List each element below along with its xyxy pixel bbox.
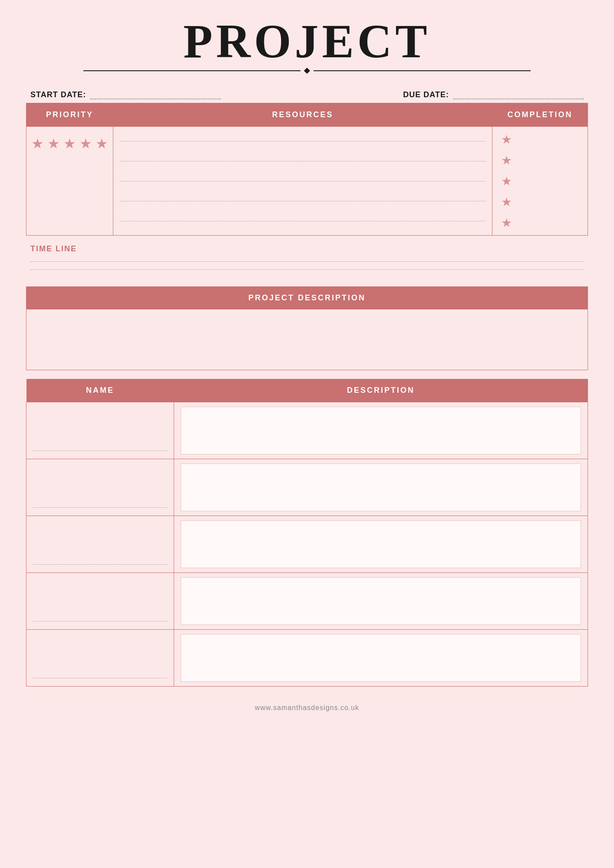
table-body-row: ★ ★ ★ ★ ★ ★ ★ bbox=[26, 127, 588, 236]
priority-stars: ★ ★ ★ ★ ★ bbox=[26, 127, 113, 161]
nd-name-inner-4 bbox=[26, 573, 174, 629]
start-date-line bbox=[90, 99, 221, 99]
resource-line-3 bbox=[120, 181, 485, 181]
resource-line-5 bbox=[120, 221, 485, 221]
resource-line-1 bbox=[120, 141, 485, 141]
page-title: PROJECT bbox=[26, 17, 588, 65]
name-header: NAME bbox=[26, 379, 174, 402]
nd-row-1 bbox=[26, 402, 588, 459]
nd-desc-cell-2 bbox=[174, 459, 588, 516]
footer-text: www.samanthasdesigns.co.uk bbox=[255, 704, 359, 711]
divider-line-right bbox=[314, 70, 531, 71]
nd-name-inner-1 bbox=[26, 402, 174, 459]
resource-line-2 bbox=[120, 161, 485, 161]
nd-row-4 bbox=[26, 573, 588, 630]
completion-star-3: ★ bbox=[501, 174, 512, 188]
completion-star-5: ★ bbox=[501, 216, 512, 230]
nd-desc-box-1 bbox=[181, 407, 581, 454]
title-divider bbox=[26, 69, 588, 73]
priority-star-1: ★ bbox=[31, 135, 44, 152]
nd-name-line-1 bbox=[33, 450, 167, 451]
priority-star-5: ★ bbox=[96, 135, 108, 152]
diamond-icon-left bbox=[304, 68, 310, 74]
priority-cell: ★ ★ ★ ★ ★ bbox=[26, 127, 113, 236]
title-section: PROJECT bbox=[26, 17, 588, 86]
priority-star-3: ★ bbox=[63, 135, 76, 152]
resource-line-4 bbox=[120, 201, 485, 201]
name-description-table: NAME DESCRIPTION bbox=[26, 379, 588, 687]
page: PROJECT START DATE: DUE DATE: PRIORITY R… bbox=[0, 0, 614, 868]
nd-desc-inner-5 bbox=[174, 630, 588, 686]
timeline-section: TIME LINE bbox=[26, 244, 588, 278]
nd-name-line-2 bbox=[33, 507, 167, 508]
footer: www.samanthasdesigns.co.uk bbox=[26, 704, 588, 712]
timeline-label: TIME LINE bbox=[30, 244, 584, 253]
resources-lines bbox=[113, 127, 492, 235]
divider-line-left bbox=[83, 70, 300, 71]
priority-header: PRIORITY bbox=[26, 103, 113, 127]
nd-desc-inner-3 bbox=[174, 516, 588, 572]
nd-name-cell-5 bbox=[26, 630, 174, 687]
nd-desc-box-2 bbox=[181, 464, 581, 511]
nd-desc-inner-4 bbox=[174, 573, 588, 629]
start-date-label: START DATE: bbox=[30, 90, 86, 99]
nd-desc-box-3 bbox=[181, 520, 581, 568]
completion-stars: ★ ★ ★ ★ ★ bbox=[492, 127, 588, 235]
table-header-row: PRIORITY RESOURCES COMPLETION bbox=[26, 103, 588, 127]
nd-row-3 bbox=[26, 516, 588, 573]
nd-name-cell-2 bbox=[26, 459, 174, 516]
completion-header: COMPLETION bbox=[492, 103, 588, 127]
nd-desc-box-5 bbox=[181, 634, 581, 682]
completion-star-1: ★ bbox=[501, 132, 512, 147]
nd-header-row: NAME DESCRIPTION bbox=[26, 379, 588, 402]
due-date-label: DUE DATE: bbox=[403, 90, 449, 99]
timeline-line-2 bbox=[30, 270, 584, 270]
due-date-group: DUE DATE: bbox=[403, 90, 584, 99]
priority-star-2: ★ bbox=[47, 135, 60, 152]
nd-row-5 bbox=[26, 630, 588, 687]
nd-desc-cell-1 bbox=[174, 402, 588, 459]
main-table: PRIORITY RESOURCES COMPLETION ★ ★ ★ ★ ★ bbox=[26, 103, 588, 236]
nd-desc-box-4 bbox=[181, 577, 581, 625]
completion-star-4: ★ bbox=[501, 195, 512, 209]
nd-desc-cell-3 bbox=[174, 516, 588, 573]
nd-name-inner-5 bbox=[26, 630, 174, 686]
nd-name-cell-4 bbox=[26, 573, 174, 630]
nd-desc-cell-4 bbox=[174, 573, 588, 630]
start-date-group: START DATE: bbox=[30, 90, 221, 99]
nd-name-cell-3 bbox=[26, 516, 174, 573]
priority-star-4: ★ bbox=[79, 135, 92, 152]
nd-name-cell-1 bbox=[26, 402, 174, 459]
resources-header: RESOURCES bbox=[113, 103, 492, 127]
nd-name-line-4 bbox=[33, 621, 167, 621]
completion-cell: ★ ★ ★ ★ ★ bbox=[492, 127, 588, 236]
nd-desc-cell-5 bbox=[174, 630, 588, 687]
project-description-header: PROJECT DESCRIPTION bbox=[26, 286, 588, 309]
nd-desc-inner-2 bbox=[174, 459, 588, 516]
project-description-body bbox=[26, 309, 588, 370]
date-row: START DATE: DUE DATE: bbox=[26, 90, 588, 99]
timeline-line-1 bbox=[30, 261, 584, 262]
nd-desc-inner-1 bbox=[174, 402, 588, 459]
nd-row-2 bbox=[26, 459, 588, 516]
nd-name-line-5 bbox=[33, 678, 167, 678]
resources-cell bbox=[113, 127, 492, 236]
nd-name-line-3 bbox=[33, 564, 167, 565]
description-header: DESCRIPTION bbox=[174, 379, 588, 402]
due-date-line bbox=[453, 99, 584, 99]
nd-name-inner-2 bbox=[26, 459, 174, 516]
completion-star-2: ★ bbox=[501, 153, 512, 168]
nd-name-inner-3 bbox=[26, 516, 174, 572]
